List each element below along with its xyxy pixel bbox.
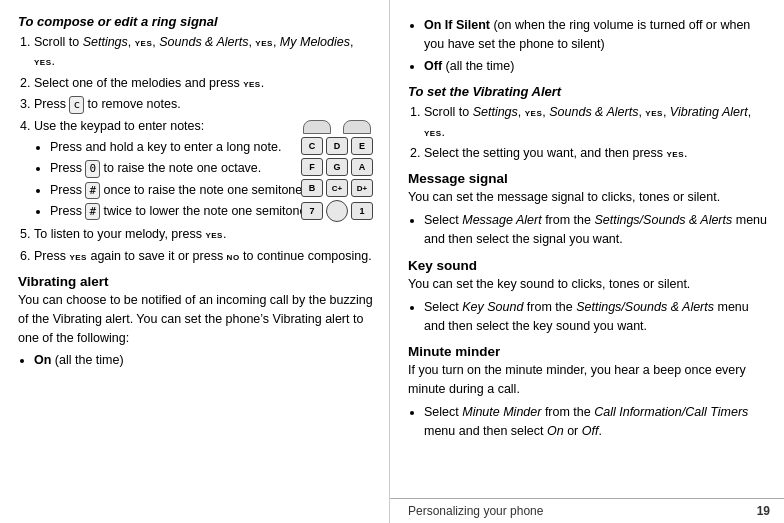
nav-row (303, 120, 371, 134)
step-2: Select one of the melodies and press yes… (34, 74, 373, 93)
heading-key-sound: Key sound (408, 258, 768, 273)
vibrating-body: You can choose to be notified of an inco… (18, 291, 373, 347)
vib-step-2: Select the setting you want, and then pr… (424, 144, 768, 163)
key-7: 7 (301, 202, 323, 220)
step-5: To listen to your melody, press yes. (34, 225, 373, 244)
bullet-on: On (all the time) (34, 351, 373, 370)
key-row-cde: C D E (301, 137, 373, 155)
vibrating-bullets: On (all the time) (22, 351, 373, 370)
key-bullet: Select Key Sound from the Settings/Sound… (424, 298, 768, 337)
min-bullets: Select Minute Minder from the Call Infor… (412, 403, 768, 442)
footer-page: 19 (757, 504, 770, 518)
key-row-bcd: B C+ D+ (301, 179, 373, 197)
vib-steps: Scroll to Settings, yes, Sounds & Alerts… (408, 103, 768, 163)
footer: Personalizing your phone 19 (390, 498, 784, 523)
step-1: Scroll to Settings, yes, Sounds & Alerts… (34, 33, 373, 72)
heading-message-signal: Message signal (408, 171, 768, 186)
page-container: To compose or edit a ring signal Scroll … (0, 0, 784, 523)
key-a: A (351, 158, 373, 176)
bullet-off: Off (all the time) (424, 57, 768, 76)
key-body: You can set the key sound to clicks, ton… (408, 275, 768, 294)
nav-right (343, 120, 371, 134)
min-bullet: Select Minute Minder from the Call Infor… (424, 403, 768, 442)
key-c: C (301, 137, 323, 155)
heading-compose: To compose or edit a ring signal (18, 14, 373, 29)
key-row-7o1: 7 1 (301, 200, 373, 222)
step-6: Press yes again to save it or press no t… (34, 247, 373, 266)
key-f: F (301, 158, 323, 176)
key-1: 1 (351, 202, 373, 220)
vib-step-1: Scroll to Settings, yes, Sounds & Alerts… (424, 103, 768, 142)
key-cplus: C+ (326, 179, 348, 197)
right-column: On If Silent (on when the ring volume is… (390, 0, 784, 523)
heading-minute-minder: Minute minder (408, 344, 768, 359)
msg-bullets: Select Message Alert from the Settings/S… (412, 211, 768, 250)
key-b: B (301, 179, 323, 197)
footer-label: Personalizing your phone (408, 504, 543, 518)
heading-vibrating: Vibrating alert (18, 274, 373, 289)
step-3: Press c to remove notes. (34, 95, 373, 114)
key-g: G (326, 158, 348, 176)
key-d: D (326, 137, 348, 155)
heading-set-vib: To set the Vibrating Alert (408, 84, 768, 99)
left-column: To compose or edit a ring signal Scroll … (0, 0, 390, 523)
phone-diagram: C D E F G A B C+ D+ 7 (297, 120, 377, 222)
key-e: E (351, 137, 373, 155)
bullet-on-if-silent: On If Silent (on when the ring volume is… (424, 16, 768, 55)
phone-keys: C D E F G A B C+ D+ 7 (297, 120, 377, 222)
msg-body: You can set the message signal to clicks… (408, 188, 768, 207)
key-bullets: Select Key Sound from the Settings/Sound… (412, 298, 768, 337)
key-row-fga: F G A (301, 158, 373, 176)
key-center (326, 200, 348, 222)
vibrating-cont-bullets: On If Silent (on when the ring volume is… (412, 16, 768, 76)
nav-left (303, 120, 331, 134)
key-dplus: D+ (351, 179, 373, 197)
msg-bullet: Select Message Alert from the Settings/S… (424, 211, 768, 250)
min-body: If you turn on the minute minder, you he… (408, 361, 768, 399)
